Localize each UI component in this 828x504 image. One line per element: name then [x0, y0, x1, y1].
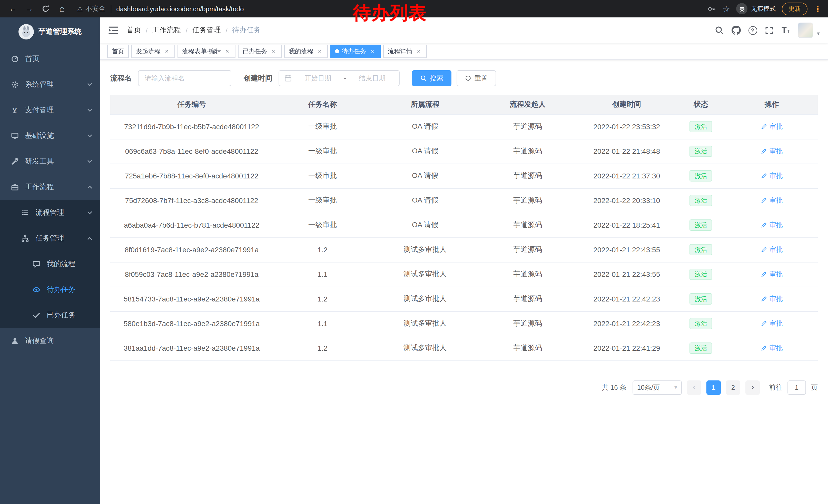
browser-menu-icon[interactable]: ⋮ — [814, 4, 822, 13]
sidebar-item-infra[interactable]: 基础设施 — [0, 123, 100, 149]
tags-view: 首页 发起流程 × 流程表单-编辑 × 已办任务 × 我的流程 × — [100, 43, 828, 60]
cell-created: 2022-01-21 22:41:29 — [577, 336, 676, 360]
browser-home-icon[interactable]: ⌂ — [55, 2, 69, 15]
fullscreen-icon[interactable] — [764, 26, 774, 35]
approve-link[interactable]: 审批 — [761, 245, 783, 254]
approve-link[interactable]: 审批 — [761, 343, 783, 353]
sidebar-item-process-mgmt[interactable]: 流程管理 — [0, 200, 100, 226]
approve-link[interactable]: 审批 — [761, 319, 783, 328]
url-text[interactable]: dashboard.yudao.iocoder.cn/bpm/task/todo — [116, 5, 244, 12]
password-key-icon[interactable] — [707, 4, 716, 13]
sidebar-item-workflow[interactable]: 工作流程 — [0, 174, 100, 200]
browser-update-button[interactable]: 更新 — [782, 2, 808, 15]
sidebar-item-system[interactable]: 系统管理 — [0, 72, 100, 97]
github-icon[interactable] — [731, 26, 741, 35]
cell-process: OA 请假 — [372, 114, 478, 139]
workflow-submenu: 流程管理 任务管理 我的流程 — [0, 200, 100, 328]
sidebar-item-payment[interactable]: ¥ 支付管理 — [0, 97, 100, 123]
search-icon[interactable] — [714, 26, 723, 35]
monitor-icon — [10, 132, 19, 140]
tab-my-process[interactable]: 我的流程 × — [284, 45, 328, 58]
status-badge: 激活 — [690, 146, 712, 157]
goto-label: 前往 — [769, 383, 782, 392]
browser-reload-icon[interactable] — [39, 2, 52, 15]
sidebar-item-leave-query[interactable]: 请假查询 — [0, 328, 100, 354]
tab-label: 发起流程 — [136, 47, 161, 56]
close-icon[interactable]: × — [224, 48, 231, 55]
breadcrumb-item-workflow[interactable]: 工作流程 — [152, 26, 181, 35]
help-icon[interactable]: ? — [748, 26, 757, 35]
pen-icon — [761, 148, 768, 154]
cell-task-name: 1.1 — [273, 311, 372, 336]
not-secure-warning-icon: ⚠ — [77, 5, 83, 12]
reset-button[interactable]: 重置 — [457, 70, 496, 86]
status-badge: 激活 — [690, 195, 712, 206]
approve-link[interactable]: 审批 — [761, 270, 783, 279]
approve-link[interactable]: 审批 — [761, 147, 783, 156]
sidebar-item-home[interactable]: 首页 — [0, 46, 100, 72]
app-logo-row[interactable]: 芋道管理系统 — [0, 17, 100, 46]
approve-link[interactable]: 审批 — [761, 122, 783, 131]
tab-todo-tasks[interactable]: 待办任务 × — [330, 45, 381, 58]
col-header-task-id: 任务编号 — [110, 95, 273, 114]
breadcrumb-separator: / — [226, 26, 228, 34]
cell-process: 测试多审批人 — [372, 311, 478, 336]
breadcrumb-item-home[interactable]: 首页 — [127, 26, 141, 35]
tab-start-process[interactable]: 发起流程 × — [131, 45, 175, 58]
sidebar-item-todo-tasks[interactable]: 待办任务 — [0, 277, 100, 303]
tab-label: 流程详情 — [388, 47, 412, 56]
tab-home[interactable]: 首页 — [107, 45, 129, 58]
close-icon[interactable]: × — [163, 48, 170, 55]
bookmark-star-icon[interactable]: ☆ — [722, 4, 730, 13]
cell-task-id: 58154733-7ac8-11ec-a9e2-a2380e71991a — [110, 287, 273, 311]
pagination: 共 16 条 10条/页 ▾ ‹ 1 2 › 前往 页 — [110, 380, 818, 395]
pen-icon — [761, 222, 768, 228]
close-icon[interactable]: × — [270, 48, 277, 55]
create-time-label: 创建时间 — [244, 74, 273, 83]
cell-created: 2022-01-21 22:43:55 — [577, 237, 676, 262]
cell-initiator: 芋道源码 — [478, 213, 577, 237]
browser-forward-icon[interactable]: → — [23, 2, 36, 15]
sidebar-item-task-mgmt[interactable]: 任务管理 — [0, 226, 100, 251]
sidebar-toggle-icon[interactable] — [108, 26, 119, 35]
close-icon[interactable]: × — [369, 48, 376, 55]
page-button-1[interactable]: 1 — [706, 380, 721, 395]
sidebar-item-my-process[interactable]: 我的流程 — [0, 251, 100, 277]
close-icon[interactable]: × — [316, 48, 323, 55]
table-row: 8f059c03-7ac8-11ec-a9e2-a2380e71991a 1.1… — [110, 262, 818, 287]
tab-done-tasks[interactable]: 已办任务 × — [238, 45, 282, 58]
pen-icon — [761, 246, 768, 253]
process-name-input[interactable] — [138, 70, 232, 86]
tab-process-detail[interactable]: 流程详情 × — [383, 45, 427, 58]
approve-link[interactable]: 审批 — [761, 171, 783, 180]
page-size-select[interactable]: 10条/页 ▾ — [632, 380, 682, 395]
cell-process: 测试多审批人 — [372, 336, 478, 360]
breadcrumb-item-task-mgmt[interactable]: 任务管理 — [192, 26, 221, 35]
avatar[interactable] — [798, 22, 813, 38]
browser-back-icon[interactable]: ← — [6, 2, 19, 15]
prev-page-button[interactable]: ‹ — [687, 380, 701, 395]
sidebar-item-devtools[interactable]: 研发工具 — [0, 149, 100, 174]
goto-page-input[interactable] — [787, 380, 806, 395]
close-icon[interactable]: × — [415, 48, 422, 55]
approve-link[interactable]: 审批 — [761, 196, 783, 205]
sidebar-item-done-tasks[interactable]: 已办任务 — [0, 303, 100, 328]
tab-label: 流程表单-编辑 — [182, 47, 221, 56]
approve-link[interactable]: 审批 — [761, 294, 783, 304]
avatar-caret-icon[interactable]: ▾ — [817, 30, 820, 37]
sidebar-item-label: 基础设施 — [25, 131, 87, 140]
sidebar-item-label: 首页 — [25, 54, 93, 63]
table-row: 580e1b3d-7ac8-11ec-a9e2-a2380e71991a 1.1… — [110, 311, 818, 336]
search-button[interactable]: 搜索 — [412, 70, 451, 86]
font-size-icon[interactable]: TT — [782, 26, 790, 34]
search-button-label: 搜索 — [430, 74, 443, 83]
pagination-total: 共 16 条 — [602, 383, 626, 392]
sitemap-icon — [20, 234, 29, 243]
approve-link[interactable]: 审批 — [761, 221, 783, 230]
tab-form-edit[interactable]: 流程表单-编辑 × — [177, 45, 236, 58]
create-time-range-picker[interactable]: 开始日期 - 结束日期 — [279, 70, 400, 86]
cell-task-id: 75d72608-7b7f-11ec-a3c8-acde48001122 — [110, 188, 273, 213]
next-page-button[interactable]: › — [745, 380, 760, 395]
cell-created: 2022-01-22 20:33:10 — [577, 188, 676, 213]
page-button-2[interactable]: 2 — [726, 380, 740, 395]
